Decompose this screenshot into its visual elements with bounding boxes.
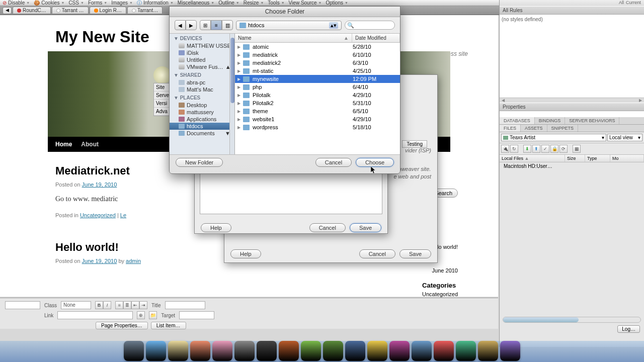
save-button-outer[interactable]: Save [399, 249, 431, 258]
file-row[interactable]: ▶website14/29/10 [235, 115, 400, 123]
file-row[interactable]: ▶mediatrick26/3/10 [235, 59, 400, 67]
col-size[interactable]: Size [565, 155, 585, 162]
place-apps[interactable]: Applications [170, 116, 234, 123]
place-desktop[interactable]: Desktop [170, 102, 234, 109]
search-field[interactable]: 🔍 [345, 21, 395, 30]
toolbar-outline[interactable]: Outline ▼ [218, 0, 239, 6]
tab-tarrant2[interactable]: Tarrant… [127, 7, 163, 14]
nav-home[interactable]: Home [55, 141, 72, 148]
col-name[interactable]: Name ▲ [235, 34, 352, 42]
tab-login[interactable]: Login R… [90, 7, 126, 14]
col-localfiles[interactable]: Local Files ▲ [500, 155, 565, 162]
page-properties-button[interactable]: Page Properties… [96, 322, 148, 329]
path-selector[interactable]: htdocs ▴▾ [236, 21, 342, 30]
file-row[interactable]: ▶php6/4/10 [235, 83, 400, 91]
dock-app-5[interactable] [234, 341, 255, 361]
sync-icon[interactable]: ⟳ [559, 145, 568, 153]
toolbar-viewsource[interactable]: View Source ▼ [289, 0, 322, 6]
dock-app-2[interactable] [168, 341, 188, 361]
title-input[interactable] [165, 301, 205, 309]
testing-button[interactable]: Testing [402, 140, 427, 148]
file-row[interactable]: ▶Pilotalk4/29/10 [235, 91, 400, 99]
new-folder-button[interactable]: New Folder [176, 158, 223, 167]
dock-app-14[interactable] [434, 341, 454, 361]
shared-abra[interactable]: abra-pc [170, 79, 234, 86]
view-selector[interactable]: Local view▾ [607, 134, 642, 141]
bold-icon[interactable]: B [95, 301, 103, 309]
indent-icon[interactable]: ⇥ [139, 301, 147, 309]
nav-fwd-btn[interactable]: ▶ [186, 20, 197, 30]
dock-app-7[interactable] [279, 341, 299, 361]
shared-matt[interactable]: Matt's Mac [170, 86, 234, 93]
cancel-button-outer[interactable]: Cancel [359, 249, 395, 258]
checkout-icon[interactable]: ✓ [541, 145, 549, 153]
all-rules-header[interactable]: All Rules [500, 6, 644, 15]
list-ol-icon[interactable]: ≣ [123, 301, 131, 309]
toolbar-tools[interactable]: Tools ▼ [268, 0, 284, 6]
nav-back-btn[interactable]: ◀ [175, 20, 186, 30]
toolbar-misc[interactable]: Miscellaneous ▼ [178, 0, 214, 6]
device-matthew[interactable]: MATTHEW USSE… [170, 42, 234, 49]
dock-app-17[interactable] [500, 341, 520, 361]
choose-button[interactable]: Choose [356, 158, 394, 167]
files-row-1[interactable]: Macintosh HD:User… [500, 162, 644, 170]
place-home[interactable]: mattussery [170, 109, 234, 116]
help-button-inner[interactable]: Help [201, 223, 231, 232]
get-icon[interactable]: ⬇ [523, 145, 531, 153]
expand-icon[interactable]: ▦ [573, 145, 581, 153]
view-columns[interactable]: ▥ [222, 20, 233, 30]
list-ul-icon[interactable]: ≡ [115, 301, 123, 309]
category-link[interactable]: Uncategorized [80, 212, 116, 218]
tab-snippets[interactable]: SNIPPETS [547, 125, 579, 132]
file-row[interactable]: ▶Pilotalk25/31/10 [235, 99, 400, 107]
author-link[interactable]: admin [126, 258, 141, 264]
save-button-inner[interactable]: Save [350, 223, 381, 232]
list-item-button[interactable]: List Item… [151, 322, 186, 329]
dock-app-6[interactable] [257, 341, 277, 361]
link-target-icon[interactable]: ⊕ [137, 311, 145, 319]
dock-app-8[interactable] [301, 341, 321, 361]
dock-app-12[interactable] [389, 341, 410, 361]
link-browse-icon[interactable]: 📁 [149, 311, 157, 319]
log-button[interactable]: Log… [617, 325, 640, 333]
col-date[interactable]: Date Modified [352, 34, 400, 42]
tab-roundcube[interactable]: RoundC… [13, 7, 51, 14]
dock-app-10[interactable] [345, 341, 365, 361]
toolbar-options[interactable]: Options ▼ [326, 0, 348, 6]
nav-about[interactable]: About [81, 141, 99, 148]
tab-assets[interactable]: ASSETS [521, 125, 547, 132]
toolbar-cookies[interactable]: 🍪 Cookies ▼ [34, 0, 64, 6]
tab-serverbehaviors[interactable]: SERVER BEHAVIORS [565, 117, 619, 124]
device-vmware[interactable]: VMware Fus…▲ [170, 63, 234, 70]
hello-world-link[interactable]: lo world! [437, 244, 458, 250]
dock-app-9[interactable] [323, 341, 343, 361]
toolbar-disable[interactable]: ⊘ Disable ▼ [3, 0, 30, 6]
file-row[interactable]: ▶mynewsite12:09 PM [235, 75, 400, 83]
device-idisk[interactable]: iDisk [170, 49, 234, 56]
link-input[interactable] [57, 311, 133, 319]
post-date-link[interactable]: June 19, 2010 [82, 182, 117, 188]
dock-app-1[interactable] [146, 341, 166, 361]
dock-app-3[interactable] [190, 341, 210, 361]
col-modified[interactable]: Mo [610, 155, 644, 162]
tab-tarrant1[interactable]: Tarrant … [52, 7, 89, 14]
italic-icon[interactable]: I [103, 301, 111, 309]
device-untitled[interactable]: Untitled [170, 56, 234, 63]
target-select[interactable] [179, 311, 214, 319]
properties-header[interactable]: Properties [500, 103, 644, 111]
archive-link[interactable]: June 2010 [432, 267, 458, 274]
toolbar-images[interactable]: Images ▼ [111, 0, 133, 6]
outdent-icon[interactable]: ⇤ [131, 301, 139, 309]
col-type[interactable]: Type [585, 155, 610, 162]
dock-app-0[interactable] [124, 341, 144, 361]
toolbar-resize[interactable]: Resize ▼ [244, 0, 264, 6]
toolbar-info[interactable]: ⓘ Information ▼ [137, 0, 174, 7]
file-row[interactable]: ▶theme6/5/10 [235, 107, 400, 115]
place-documents[interactable]: Documents▼ [170, 130, 234, 137]
uncategorized-link[interactable]: Uncategorized [422, 291, 458, 297]
toolbar-forms[interactable]: Forms ▼ [88, 0, 107, 6]
file-row[interactable]: ▶mt-static4/25/10 [235, 67, 400, 75]
dock-app-11[interactable] [367, 341, 387, 361]
cancel-button[interactable]: Cancel [315, 158, 352, 167]
view-icons[interactable]: ⊞ [200, 20, 211, 30]
